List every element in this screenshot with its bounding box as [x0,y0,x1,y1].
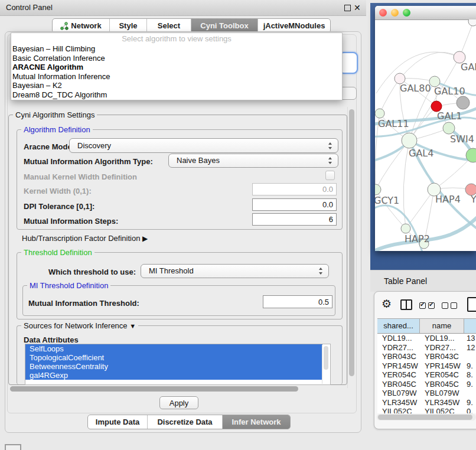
dropdown-option-aracne-algorithm[interactable]: ARACNE Algorithm [11,63,342,72]
node-label-gal10: GAL10 [434,86,465,97]
table-row[interactable]: YDR27...YDR27...12 [377,343,476,353]
gear-icon[interactable]: ⚙ [382,298,392,311]
dropdown-option-basic-correlation-inference[interactable]: Basic Correlation Inference [11,54,342,63]
node-label-swi4: SWI4 [450,133,474,145]
tab-select[interactable]: Select [146,19,191,32]
attributes-scrollbar[interactable] [322,345,330,384]
table-panel: ⚙ shared...name YDL19...YDL19...13YDR27.… [374,291,476,429]
mi-threshold-input[interactable] [263,295,332,308]
table-cell [464,389,476,398]
table-cell: YBL079W [420,389,464,398]
tab-label: Select [158,19,180,32]
tab-jactivemnodules[interactable]: jActiveMNodules [257,19,330,32]
deselect-all-checkboxes-icon[interactable] [442,302,459,311]
bottom-tab-infer-network[interactable]: Infer Network [222,415,290,429]
attribute-item-gal4rgexp[interactable]: gal4RGexp [25,371,322,380]
minimize-traffic-light-icon[interactable] [391,9,399,17]
network-node-gal4[interactable] [402,133,417,148]
file-icon[interactable] [467,297,476,312]
tab-label: Network [71,19,101,32]
network-view-frame: GAL7GAL80GAL10GAL1GAL11SWI4GAL4GCY1HAP4Y… [370,3,476,270]
network-canvas[interactable]: GAL7GAL80GAL10GAL1GAL11SWI4GAL4GCY1HAP4Y… [375,19,476,251]
float-window-icon[interactable] [344,5,351,11]
column-header-2[interactable] [464,319,476,333]
attribute-item-betweennesscentrality[interactable]: BetweennessCentrality [25,362,322,371]
manual-kernel-checkbox[interactable] [325,171,335,180]
kernel-width-label: Kernel Width (0,1): [24,187,92,195]
node-label-y: Y [470,194,476,205]
tab-label: jActiveMNodules [263,19,325,32]
dropdown-option-bayesian-hill-climbing[interactable]: Bayesian – Hill Climbing [11,44,342,54]
table-horizontal-scrollbar[interactable] [377,414,476,420]
spinner-arrows-icon [328,142,332,150]
tab-label: Cyni Toolbox [200,19,248,32]
network-node-hap2[interactable] [401,224,410,233]
table-cell: YBR045C [377,380,420,389]
table-cell [464,352,476,361]
bottom-tab-discretize-data[interactable]: Discretize Data [147,415,222,429]
zoom-traffic-light-icon[interactable] [403,9,410,17]
close-traffic-light-icon[interactable] [379,9,387,17]
table-row[interactable]: YBL079WYBL079W [377,389,476,398]
network-node-gcy1[interactable] [375,184,381,195]
sources-toggle[interactable]: Sources for Network Inference ▼ [21,322,138,330]
tab-style[interactable]: Style [109,19,146,32]
table-cell: 9. [464,361,476,371]
control-panel: Control Panel ✕ NetworkStyleSelectCyni T… [0,0,366,434]
settings-vertical-scrollbar[interactable] [347,107,356,388]
expand-right-icon: ▶ [142,234,148,243]
spinner-arrows-icon [328,156,332,165]
table-row[interactable]: YPR145WYPR145W9. [377,361,476,371]
column-header-shared-[interactable]: shared... [377,319,420,333]
attribute-item-selfloops[interactable]: SelfLoops [25,344,322,353]
bottom-tabs: Impute DataDiscretize DataInfer Network [87,415,291,429]
dropdown-option-bayesian-k2[interactable]: Bayesian – K2 [11,81,342,90]
table-cell: YDR27... [377,343,420,353]
network-node[interactable] [457,96,470,109]
minimized-panel-icon[interactable] [5,444,21,450]
table-body: YDL19...YDL19...13YDR27...YDR27...12YBR0… [377,334,476,413]
node-label-gal4: GAL4 [409,148,433,159]
dpi-tolerance-input[interactable] [252,198,337,211]
select-all-checkboxes-icon[interactable] [419,302,437,311]
mi-steps-input[interactable] [252,213,337,226]
table-cell: YIL052C [420,407,464,413]
column-header-name[interactable]: name [420,319,464,333]
manual-kernel-label: Manual Kernel Width Definition [24,172,137,181]
table-row[interactable]: YLR345WYLR345W9. [377,398,476,407]
which-threshold-select[interactable]: MI Threshold [141,264,329,278]
table-row[interactable]: YER054CYER054C8. [377,370,476,380]
tab-network[interactable]: Network [53,19,109,32]
settings-horizontal-scrollbar[interactable] [8,385,346,393]
mi-type-select[interactable]: Naive Bayes [168,154,338,168]
table-row[interactable]: YBR045CYBR045C9. [377,380,476,389]
table-cell: 0. [464,407,476,413]
attribute-item-topologicalcoefficient[interactable]: TopologicalCoefficient [25,353,322,362]
table-cell: YER054C [377,370,420,380]
split-columns-icon[interactable] [400,299,412,310]
apply-button[interactable]: Apply [159,396,198,409]
network-icon [60,22,69,30]
table-row[interactable]: YIL052CYIL052C0. [377,407,476,413]
network-node[interactable] [468,19,476,26]
table-row[interactable]: YBR043CYBR043C [377,352,476,361]
hub-definition-toggle[interactable]: Hub/Transcription Factor Definition ▶ [22,234,148,243]
kernel-width-input[interactable] [252,183,337,195]
data-attributes-list[interactable]: SelfLoopsTopologicalCoefficientBetweenne… [25,344,331,385]
bottom-tab-impute-data[interactable]: Impute Data [88,415,147,429]
node-label-gal7: GAL7 [461,61,476,73]
dropdown-option-dream8-dc-tdc-algorithm[interactable]: Dream8 DC_TDC Algorithm [11,90,342,100]
tab-label: Style [119,19,137,32]
aracne-mode-select[interactable]: Discovery [69,138,338,153]
network-window: GAL7GAL80GAL10GAL1GAL11SWI4GAL4GCY1HAP4Y… [375,6,476,251]
network-window-titlebar[interactable] [375,6,476,20]
network-edge [376,141,409,190]
dropdown-option-mutual-information-inference[interactable]: Mutual Information Inference [11,72,342,81]
mi-type-value: Naive Bayes [177,156,220,165]
network-node-gal11[interactable] [375,109,384,118]
table-cell: YER054C [420,370,464,380]
close-icon[interactable]: ✕ [354,2,361,13]
tab-cyni-toolbox[interactable]: Cyni Toolbox [191,19,257,32]
network-node-swi4[interactable] [443,122,455,134]
table-row[interactable]: YDL19...YDL19...13 [377,334,476,343]
